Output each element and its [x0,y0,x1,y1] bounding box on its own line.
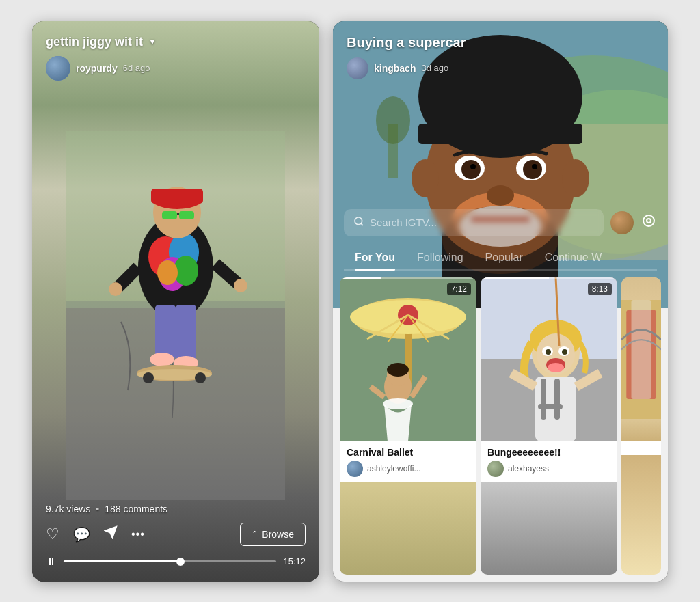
share-icon[interactable] [104,525,118,543]
more-icon[interactable]: ••• [131,528,145,541]
tab-popular[interactable]: Popular [474,246,534,269]
left-action-icons: ♡ 💬 ••• [46,525,145,543]
svg-point-43 [532,164,537,169]
card1-username: ashleylewoffi... [367,464,421,474]
user-avatar[interactable] [46,56,70,81]
svg-rect-75 [541,379,546,420]
svg-point-85 [562,349,567,355]
separator: • [96,504,99,515]
svg-point-66 [383,398,413,409]
left-video-panel: gettin jiggy wit it ▼ roypurdy 6d ago 9.… [32,21,319,582]
svg-point-40 [461,160,481,179]
video-card-partial[interactable] [621,277,661,575]
card1-progress-bar [340,277,476,279]
card1-avatar [347,461,363,477]
card1-info: Carnival Ballet ashleylewoffi... [340,441,476,482]
pause-button[interactable]: ⏸ [46,556,57,568]
right-video-panel: Buying a supercar kingbach 3d ago Search… [333,21,668,582]
carnival-thumbnail: 7:12 [340,277,476,441]
search-icon [353,216,364,230]
views-count: 9.7k views [46,504,90,515]
tab-for-you-label: For You [355,251,395,263]
right-time-ago: 3d ago [421,63,448,73]
video-title: gettin jiggy wit it ▼ [46,35,306,49]
username-label[interactable]: roypurdy [76,63,118,74]
video-grid: 7:12 Carnival Ballet ashleylewoffi... [333,271,668,582]
progress-row: ⏸ 15:12 [46,556,306,568]
action-row: ♡ 💬 ••• ⌃ Browse [46,523,306,546]
svg-point-41 [523,160,542,179]
right-video-title: Buying a supercar [347,35,654,51]
video-card-carnival[interactable]: 7:12 Carnival Ballet ashleylewoffi... [340,277,476,575]
svg-rect-77 [538,404,563,409]
title-text: gettin jiggy wit it [46,35,143,49]
video-card-bungee[interactable]: 8:13 Bungeeeeeeee!! alexhayess [481,277,617,575]
right-username[interactable]: kingbach [374,63,416,74]
duration-label: 15:12 [283,556,306,566]
svg-point-54 [643,215,654,226]
tab-popular-label: Popular [485,251,523,263]
card3-info [621,441,661,455]
card2-user-row: alexhayess [487,461,610,477]
svg-point-49 [562,159,589,197]
right-header-icons [610,211,657,234]
dropdown-arrow-icon[interactable]: ▼ [148,37,157,46]
card2-progress-fill [481,277,549,279]
card2-progress-bar [481,277,617,279]
app-container: gettin jiggy wit it ▼ roypurdy 6d ago 9.… [0,0,700,602]
carnival-artwork [340,277,476,441]
svg-point-70 [387,363,409,377]
profile-avatar-icon[interactable] [610,211,634,234]
like-icon[interactable]: ♡ [46,525,59,543]
browse-button[interactable]: ⌃ Browse [240,523,306,546]
tab-for-you[interactable]: For You [344,246,406,269]
tab-divider [344,269,657,271]
card2-title: Bungeeeeeeee!! [487,447,610,458]
comments-count: 188 comments [105,504,167,515]
svg-line-53 [361,223,363,225]
svg-marker-27 [105,527,117,538]
tab-following[interactable]: Following [406,246,474,269]
browse-chevron-icon: ⌃ [252,530,258,538]
svg-rect-47 [418,124,582,144]
bungee-thumbnail: 8:13 [481,277,617,441]
tabs-navigation: For You Following Popular Continue W [333,243,668,269]
svg-point-48 [412,159,439,197]
svg-rect-76 [554,379,560,420]
svg-point-55 [647,219,651,223]
time-ago-label: 6d ago [123,63,150,73]
tab-following-label: Following [417,251,463,263]
svg-point-84 [546,349,551,355]
card1-progress-fill [340,277,381,279]
card2-username: alexhayess [508,464,549,474]
svg-point-42 [470,164,476,169]
video-progress-bar[interactable] [64,560,276,562]
card1-user-row: ashleylewoffi... [347,461,470,477]
left-top-section: gettin jiggy wit it ▼ roypurdy 6d ago [32,21,319,81]
settings-icon[interactable] [641,213,657,233]
right-top-section: Buying a supercar kingbach 3d ago [333,21,668,79]
partial-artwork [621,277,661,441]
svg-point-51 [376,96,410,144]
progress-fill [64,560,180,562]
svg-point-81 [548,363,564,372]
card2-avatar [487,461,504,477]
right-user-info: kingbach 3d ago [347,57,654,79]
right-user-avatar[interactable] [347,57,368,79]
svg-rect-91 [632,300,651,399]
progress-thumb [176,558,185,566]
user-info-row: roypurdy 6d ago [46,56,306,81]
card2-info: Bungeeeeeeee!! alexhayess [481,441,617,482]
search-bar[interactable]: Search IGTV... [344,209,604,236]
tab-continue[interactable]: Continue W [534,246,613,269]
card1-title: Carnival Ballet [347,447,470,458]
bungee-artwork [481,277,617,441]
comment-icon[interactable]: 💬 [73,526,90,543]
partial-thumbnail [621,277,661,441]
avatar-image [46,56,70,81]
card1-duration: 7:12 [447,283,471,295]
left-bottom-section: 9.7k views • 188 comments ♡ 💬 [32,504,319,582]
search-placeholder-text: Search IGTV... [370,217,437,228]
search-section: Search IGTV... [333,202,668,243]
left-overlay: gettin jiggy wit it ▼ roypurdy 6d ago 9.… [32,21,319,582]
